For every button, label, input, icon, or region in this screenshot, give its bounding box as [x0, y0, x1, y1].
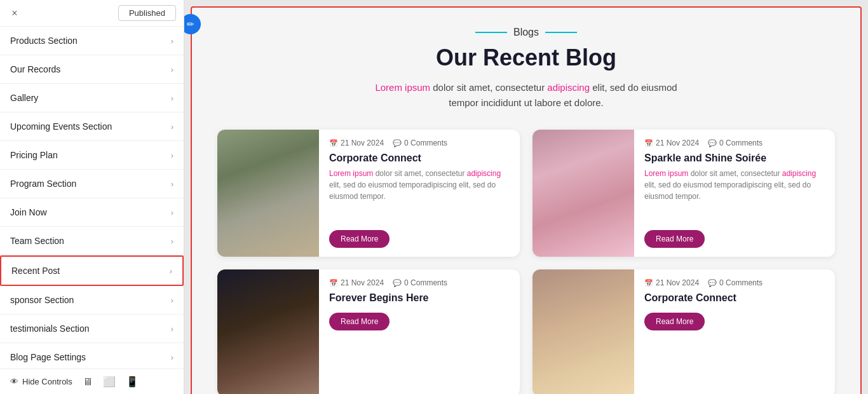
sidebar-item-join-now[interactable]: Join Now› [0, 198, 184, 227]
sidebar-item-upcoming-events-section[interactable]: Upcoming Events Section› [0, 112, 184, 141]
blog-card-2: 📅 21 Nov 2024 💬 0 Comments Sparkle and S… [532, 130, 835, 257]
content-wrapper: ✏ Blogs Our Recent Blog Lorem ipsum dolo… [191, 6, 862, 394]
sidebar-footer: 👁 Hide Controls 🖥 ⬜ 📱 [0, 369, 184, 394]
chevron-right-icon: › [171, 122, 173, 132]
card-body-1: 📅 21 Nov 2024 💬 0 Comments Corporate Con… [319, 130, 520, 257]
sidebar-item-team-section[interactable]: Team Section› [0, 227, 184, 255]
chevron-right-icon: › [171, 208, 173, 217]
edit-icon[interactable]: ✏ [184, 14, 201, 34]
chevron-right-icon: › [171, 36, 173, 46]
card-date-text: 21 Nov 2024 [341, 139, 384, 147]
card-comments-text: 0 Comments [404, 278, 447, 287]
chevron-right-icon: › [171, 179, 173, 189]
sidebar-header: × Published [0, 0, 184, 27]
sidebar-item-program-section[interactable]: Program Section› [0, 170, 184, 198]
blog-grid: 📅 21 Nov 2024 💬 0 Comments Corporate Con… [217, 130, 835, 394]
comment-icon: 💬 [393, 139, 402, 147]
read-more-button-3[interactable]: Read More [329, 313, 390, 330]
card-date-4: 📅 21 Nov 2024 [644, 278, 699, 287]
card-image-2 [532, 130, 634, 257]
card-body-4: 📅 21 Nov 2024 💬 0 Comments Corporate Con… [634, 269, 773, 394]
sidebar-item-label: Recent Post [11, 266, 60, 276]
comment-icon: 💬 [708, 279, 717, 287]
card-text-1: Lorem ipsum dolor sit amet, consectetur … [329, 168, 510, 221]
blog-title: Our Recent Blog [217, 44, 835, 71]
chevron-right-icon: › [171, 65, 173, 74]
sidebar-item-gallery[interactable]: Gallery› [0, 84, 184, 112]
card-meta-2: 📅 21 Nov 2024 💬 0 Comments [644, 139, 825, 147]
calendar-icon: 📅 [644, 279, 653, 287]
sidebar-item-label: Blog Page Settings [10, 352, 86, 362]
tablet-icon[interactable]: ⬜ [103, 376, 116, 388]
sidebar-item-our-records[interactable]: Our Records› [0, 55, 184, 84]
chevron-right-icon: › [171, 236, 173, 246]
subtitle-highlight-2: adipiscing [547, 82, 590, 93]
sidebar-item-testimonials-section[interactable]: testimonials Section› [0, 315, 184, 343]
text-highlight: Lorem ipsum [329, 169, 373, 178]
card-date-text: 21 Nov 2024 [341, 278, 384, 287]
card-meta-3: 📅 21 Nov 2024 💬 0 Comments [329, 278, 447, 287]
card-title-1: Corporate Connect [329, 153, 510, 164]
card-body-3: 📅 21 Nov 2024 💬 0 Comments Forever Begin… [319, 269, 458, 394]
blog-label-text: Blogs [513, 27, 539, 38]
blog-label: Blogs [217, 27, 835, 38]
card-date-3: 📅 21 Nov 2024 [329, 278, 384, 287]
calendar-icon: 📅 [329, 139, 338, 147]
sidebar-item-label: sponsor Section [10, 295, 74, 305]
sidebar-item-products-section[interactable]: Products Section› [0, 27, 184, 55]
main-content: ✏ Blogs Our Recent Blog Lorem ipsum dolo… [184, 0, 868, 394]
chevron-right-icon: › [170, 266, 172, 276]
chevron-right-icon: › [171, 93, 173, 103]
text-highlight-2: adipiscing [782, 169, 816, 178]
sidebar: × Published Products Section›Our Records… [0, 0, 184, 394]
card-title-4: Corporate Connect [644, 292, 763, 304]
card-image-4 [532, 269, 634, 394]
hide-controls-label: Hide Controls [22, 377, 72, 386]
close-button[interactable]: × [8, 6, 22, 20]
sidebar-item-label: Upcoming Events Section [10, 121, 112, 132]
sidebar-item-pricing-plan[interactable]: Pricing Plan› [0, 141, 184, 170]
text-highlight: Lorem ipsum [644, 169, 688, 178]
card-date-1: 📅 21 Nov 2024 [329, 139, 384, 147]
hide-controls-button[interactable]: 👁 Hide Controls [10, 377, 72, 386]
label-line-right [545, 32, 577, 33]
sidebar-item-recent-post[interactable]: Recent Post› [0, 255, 184, 286]
card-date-2: 📅 21 Nov 2024 [644, 139, 699, 147]
blog-card-1: 📅 21 Nov 2024 💬 0 Comments Corporate Con… [217, 130, 520, 257]
card-body-2: 📅 21 Nov 2024 💬 0 Comments Sparkle and S… [634, 130, 835, 257]
calendar-icon: 📅 [329, 279, 338, 287]
chevron-right-icon: › [171, 151, 173, 160]
blog-subtitle: Lorem ipsum dolor sit amet, consectetur … [217, 80, 835, 111]
desktop-icon[interactable]: 🖥 [83, 376, 93, 388]
card-text-2: Lorem ipsum dolor sit amet, consectetur … [644, 168, 825, 221]
label-line-left [475, 32, 507, 33]
blog-card-3: 📅 21 Nov 2024 💬 0 Comments Forever Begin… [217, 269, 520, 394]
calendar-icon: 📅 [644, 139, 653, 147]
card-date-text: 21 Nov 2024 [656, 139, 699, 147]
read-more-button-2[interactable]: Read More [644, 230, 705, 248]
chevron-right-icon: › [171, 353, 173, 362]
read-more-button-1[interactable]: Read More [329, 230, 390, 248]
card-comments-text: 0 Comments [719, 278, 763, 287]
sidebar-item-label: Gallery [10, 93, 38, 103]
subtitle-text-1: dolor sit amet, consectetur [430, 82, 547, 93]
sidebar-item-blog-page-settings[interactable]: Blog Page Settings› [0, 343, 184, 369]
card-title-3: Forever Begins Here [329, 292, 447, 304]
sidebar-list: Products Section›Our Records›Gallery›Upc… [0, 27, 184, 369]
chevron-right-icon: › [171, 296, 173, 305]
comment-icon: 💬 [393, 279, 402, 287]
sidebar-item-label: Team Section [10, 236, 64, 246]
sidebar-item-sponsor-section[interactable]: sponsor Section› [0, 286, 184, 315]
card-comments-1: 💬 0 Comments [393, 139, 447, 147]
card-meta-4: 📅 21 Nov 2024 💬 0 Comments [644, 278, 763, 287]
card-comments-2: 💬 0 Comments [708, 139, 763, 147]
chevron-right-icon: › [171, 324, 173, 334]
sidebar-item-label: Products Section [10, 36, 78, 46]
published-button[interactable]: Published [118, 5, 176, 21]
card-meta-1: 📅 21 Nov 2024 💬 0 Comments [329, 139, 510, 147]
read-more-button-4[interactable]: Read More [644, 313, 705, 330]
subtitle-highlight-1: Lorem ipsum [375, 82, 430, 93]
mobile-icon[interactable]: 📱 [126, 376, 139, 388]
card-date-text: 21 Nov 2024 [656, 278, 699, 287]
sidebar-item-label: testimonials Section [10, 323, 90, 334]
